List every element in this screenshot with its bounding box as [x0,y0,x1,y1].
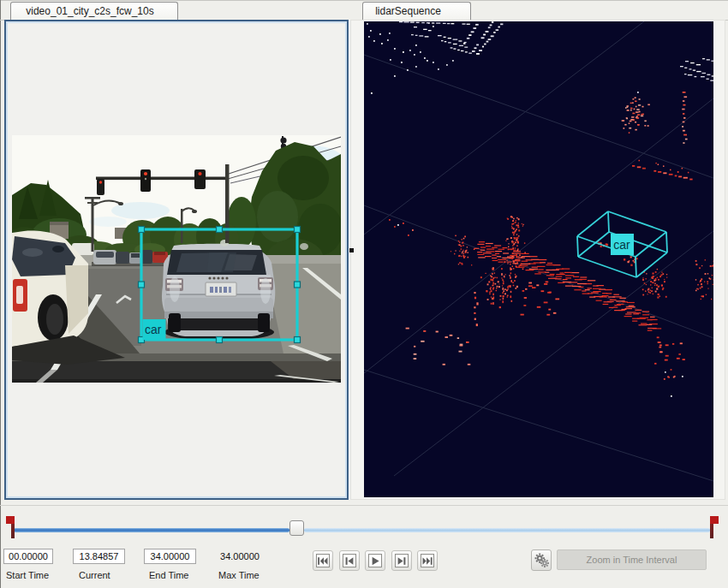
svg-text:car: car [613,238,630,252]
svg-text:car: car [145,323,162,336]
